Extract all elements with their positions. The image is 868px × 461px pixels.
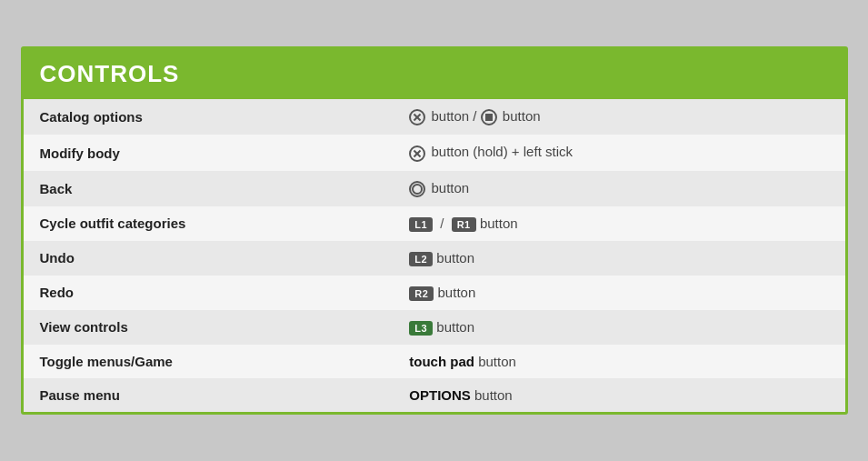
- action-label: Pause menu: [24, 378, 394, 412]
- action-label: Toggle menus/Game: [24, 345, 394, 378]
- control-text: button: [431, 180, 469, 195]
- controls-header: CONTROLS: [24, 49, 845, 99]
- l3-badge: L3: [409, 321, 433, 336]
- action-label: Catalog options: [24, 99, 394, 135]
- control-value: L1 / R1 button: [393, 206, 844, 241]
- control-text: button: [438, 285, 476, 300]
- touchpad-label: touch pad: [409, 354, 474, 369]
- control-text: button: [436, 250, 474, 266]
- control-text: button: [478, 354, 516, 369]
- r2-badge: R2: [409, 286, 434, 301]
- action-label: Undo: [24, 241, 394, 276]
- controls-panel: CONTROLS Catalog options button / button…: [21, 46, 848, 414]
- control-value: OPTIONS button: [393, 378, 844, 412]
- control-value: R2 button: [393, 276, 844, 310]
- table-row: Toggle menus/Game touch pad button: [24, 345, 845, 378]
- table-row: Pause menu OPTIONS button: [24, 378, 845, 412]
- control-text: button /: [431, 108, 480, 124]
- action-label: Modify body: [24, 135, 394, 170]
- x-button-icon: [409, 145, 425, 162]
- action-label: Cycle outfit categories: [24, 206, 394, 241]
- control-text: button (hold) + left stick: [431, 144, 573, 159]
- control-value: button (hold) + left stick: [393, 135, 844, 170]
- table-row: Cycle outfit categories L1 / R1 button: [24, 206, 845, 241]
- table-row: Modify body button (hold) + left stick: [24, 135, 845, 170]
- controls-title: CONTROLS: [40, 60, 829, 88]
- control-value: L3 button: [393, 310, 844, 345]
- circle-button-icon: [409, 181, 425, 197]
- control-text: button: [474, 387, 513, 403]
- control-value: button / button: [393, 99, 844, 135]
- control-text-2: button: [503, 108, 541, 124]
- action-label: Redo: [24, 276, 394, 310]
- l2-badge: L2: [409, 252, 433, 266]
- control-value: L2 button: [393, 241, 844, 276]
- control-value: button: [393, 171, 844, 206]
- table-row: Redo R2 button: [24, 276, 845, 310]
- control-value: touch pad button: [393, 345, 844, 378]
- action-label: Back: [24, 171, 394, 206]
- control-text: button: [480, 215, 518, 231]
- options-label: OPTIONS: [409, 387, 471, 403]
- table-row: Back button: [24, 171, 845, 206]
- x-button-icon: [409, 109, 425, 125]
- control-text: button: [436, 319, 474, 335]
- action-label: View controls: [24, 310, 394, 345]
- table-row: Undo L2 button: [24, 241, 845, 276]
- square-button-icon: [481, 109, 497, 125]
- controls-table: Catalog options button / button Modify b…: [24, 99, 845, 411]
- l1-badge: L1: [409, 217, 433, 232]
- r1-badge: R1: [452, 217, 476, 232]
- table-row: Catalog options button / button: [24, 99, 845, 135]
- table-row: View controls L3 button: [24, 310, 845, 345]
